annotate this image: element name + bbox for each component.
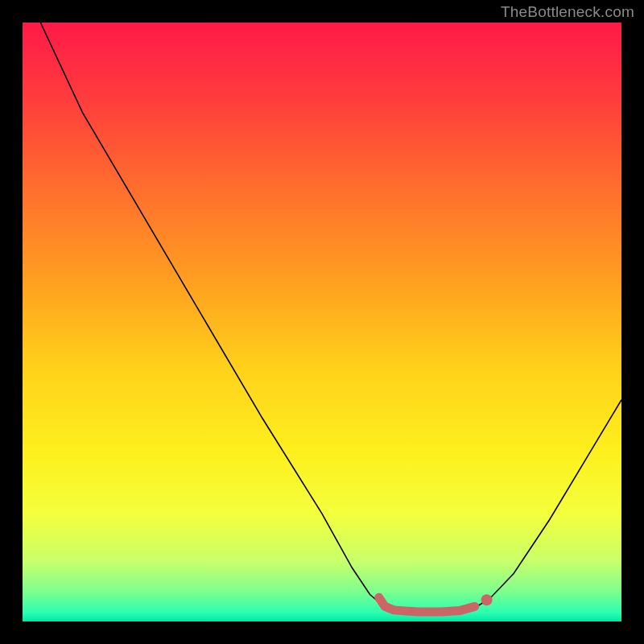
- optimal-range-marker: [379, 597, 475, 612]
- plot-area: [23, 23, 621, 621]
- optimal-range-endpoint: [481, 594, 493, 605]
- bottleneck-curve: [40, 23, 621, 612]
- watermark-text: TheBottleneck.com: [501, 3, 634, 21]
- chart-frame: TheBottleneck.com: [0, 0, 644, 644]
- curve-layer: [23, 23, 621, 621]
